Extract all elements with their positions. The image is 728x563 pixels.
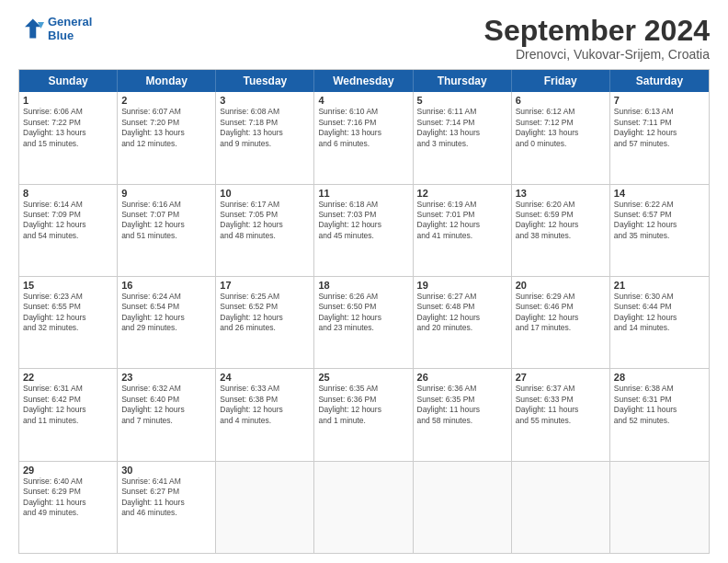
calendar-cell: 8Sunrise: 6:14 AMSunset: 7:09 PMDaylight… — [19, 185, 118, 276]
cell-line: Sunrise: 6:23 AM — [23, 292, 113, 302]
cell-line: and 11 minutes. — [23, 416, 113, 426]
cell-line: and 1 minute. — [318, 416, 408, 426]
cell-line: Sunset: 7:01 PM — [417, 210, 507, 220]
cell-line: and 9 minutes. — [220, 139, 310, 149]
cell-line: and 14 minutes. — [614, 323, 705, 333]
logo: General Blue — [18, 15, 92, 42]
cell-line: Sunset: 6:52 PM — [220, 302, 310, 312]
cell-line: Daylight: 12 hours — [121, 313, 211, 323]
cell-line: Sunset: 6:46 PM — [516, 302, 606, 312]
day-number: 11 — [318, 188, 408, 199]
day-number: 1 — [23, 95, 113, 106]
cell-line: Daylight: 11 hours — [23, 498, 113, 508]
cell-line: Sunrise: 6:36 AM — [417, 384, 507, 394]
cell-line: Sunrise: 6:31 AM — [23, 384, 113, 394]
calendar-cell: 29Sunrise: 6:40 AMSunset: 6:29 PMDayligh… — [19, 462, 118, 553]
cell-line: Sunrise: 6:25 AM — [220, 292, 310, 302]
cell-line: Sunrise: 6:33 AM — [220, 384, 310, 394]
cell-line: Daylight: 12 hours — [318, 313, 408, 323]
cell-line: and 58 minutes. — [417, 416, 507, 426]
cell-line: Sunset: 6:38 PM — [220, 395, 310, 405]
cell-line: and 38 minutes. — [516, 231, 606, 241]
cell-line: Sunset: 6:29 PM — [23, 487, 113, 497]
cell-line: Sunrise: 6:19 AM — [417, 200, 507, 210]
calendar-cell: 4Sunrise: 6:10 AMSunset: 7:16 PMDaylight… — [314, 92, 413, 183]
cell-line: Sunrise: 6:13 AM — [614, 107, 705, 117]
calendar-cell: 23Sunrise: 6:32 AMSunset: 6:40 PMDayligh… — [118, 369, 216, 460]
cell-line: and 41 minutes. — [417, 231, 507, 241]
cell-line: and 32 minutes. — [23, 323, 113, 333]
cell-line: Sunset: 7:03 PM — [318, 210, 408, 220]
cell-line: Daylight: 11 hours — [516, 405, 606, 415]
calendar-cell: 15Sunrise: 6:23 AMSunset: 6:55 PMDayligh… — [19, 277, 118, 368]
calendar-cell: 17Sunrise: 6:25 AMSunset: 6:52 PMDayligh… — [216, 277, 314, 368]
calendar-row-4: 29Sunrise: 6:40 AMSunset: 6:29 PMDayligh… — [19, 462, 709, 553]
cell-line: Sunrise: 6:27 AM — [417, 292, 507, 302]
cell-line: Sunset: 7:05 PM — [220, 210, 310, 220]
cell-line: Daylight: 12 hours — [516, 220, 606, 230]
cell-line: Daylight: 13 hours — [220, 128, 310, 138]
day-number: 12 — [417, 188, 507, 199]
title-block: September 2024 Drenovci, Vukovar-Srijem,… — [484, 15, 710, 62]
cell-line: Sunrise: 6:18 AM — [318, 200, 408, 210]
cell-line: Sunrise: 6:22 AM — [614, 200, 705, 210]
cell-line: Daylight: 12 hours — [318, 405, 408, 415]
day-number: 3 — [220, 95, 310, 106]
logo-text: General Blue — [48, 15, 92, 42]
day-number: 9 — [121, 188, 211, 199]
cell-line: and 29 minutes. — [121, 323, 211, 333]
cell-line: Daylight: 11 hours — [121, 498, 211, 508]
cell-line: Sunrise: 6:06 AM — [23, 107, 113, 117]
day-number: 5 — [417, 95, 507, 106]
main-title: September 2024 — [484, 15, 710, 47]
calendar-cell: 7Sunrise: 6:13 AMSunset: 7:11 PMDaylight… — [610, 92, 709, 183]
cell-line: Sunrise: 6:16 AM — [121, 200, 211, 210]
day-number: 23 — [121, 372, 211, 383]
cell-line: and 6 minutes. — [318, 139, 408, 149]
calendar-cell — [512, 462, 610, 553]
cell-line: Sunset: 6:27 PM — [121, 487, 211, 497]
cell-line: Sunrise: 6:40 AM — [23, 477, 113, 487]
cell-line: Sunset: 6:57 PM — [614, 210, 705, 220]
day-number: 17 — [220, 280, 310, 291]
calendar-cell — [216, 462, 314, 553]
cell-line: Sunrise: 6:08 AM — [220, 107, 310, 117]
cell-line: and 49 minutes. — [23, 508, 113, 518]
day-header-sunday: Sunday — [19, 70, 118, 92]
calendar-cell: 16Sunrise: 6:24 AMSunset: 6:54 PMDayligh… — [118, 277, 216, 368]
calendar-row-1: 8Sunrise: 6:14 AMSunset: 7:09 PMDaylight… — [19, 185, 709, 277]
calendar-cell: 22Sunrise: 6:31 AMSunset: 6:42 PMDayligh… — [19, 369, 118, 460]
cell-line: and 17 minutes. — [516, 323, 606, 333]
day-number: 22 — [23, 372, 113, 383]
day-number: 4 — [318, 95, 408, 106]
cell-line: Sunset: 6:42 PM — [23, 395, 113, 405]
day-number: 14 — [614, 188, 705, 199]
cell-line: and 20 minutes. — [417, 323, 507, 333]
cell-line: Daylight: 12 hours — [614, 128, 705, 138]
cell-line: Sunset: 6:54 PM — [121, 302, 211, 312]
day-number: 30 — [121, 465, 211, 476]
calendar-cell — [610, 462, 709, 553]
calendar-cell: 12Sunrise: 6:19 AMSunset: 7:01 PMDayligh… — [414, 185, 512, 276]
cell-line: Daylight: 12 hours — [318, 220, 408, 230]
cell-line: Sunrise: 6:30 AM — [614, 292, 705, 302]
cell-line: Sunrise: 6:38 AM — [614, 384, 705, 394]
cell-line: and 4 minutes. — [220, 416, 310, 426]
cell-line: and 0 minutes. — [516, 139, 606, 149]
cell-line: Daylight: 12 hours — [121, 220, 211, 230]
day-header-monday: Monday — [118, 70, 216, 92]
calendar-cell: 5Sunrise: 6:11 AMSunset: 7:14 PMDaylight… — [414, 92, 512, 183]
calendar-cell: 1Sunrise: 6:06 AMSunset: 7:22 PMDaylight… — [19, 92, 118, 183]
cell-line: Daylight: 13 hours — [417, 128, 507, 138]
cell-line: Daylight: 12 hours — [121, 405, 211, 415]
day-header-wednesday: Wednesday — [314, 70, 413, 92]
cell-line: Sunrise: 6:24 AM — [121, 292, 211, 302]
cell-line: Daylight: 12 hours — [417, 313, 507, 323]
calendar-cell: 24Sunrise: 6:33 AMSunset: 6:38 PMDayligh… — [216, 369, 314, 460]
cell-line: Sunrise: 6:12 AM — [516, 107, 606, 117]
cell-line: Sunset: 6:31 PM — [614, 395, 705, 405]
cell-line: Daylight: 11 hours — [417, 405, 507, 415]
calendar-header: SundayMondayTuesdayWednesdayThursdayFrid… — [19, 70, 709, 92]
cell-line: Sunrise: 6:07 AM — [121, 107, 211, 117]
cell-line: Sunset: 6:36 PM — [318, 395, 408, 405]
